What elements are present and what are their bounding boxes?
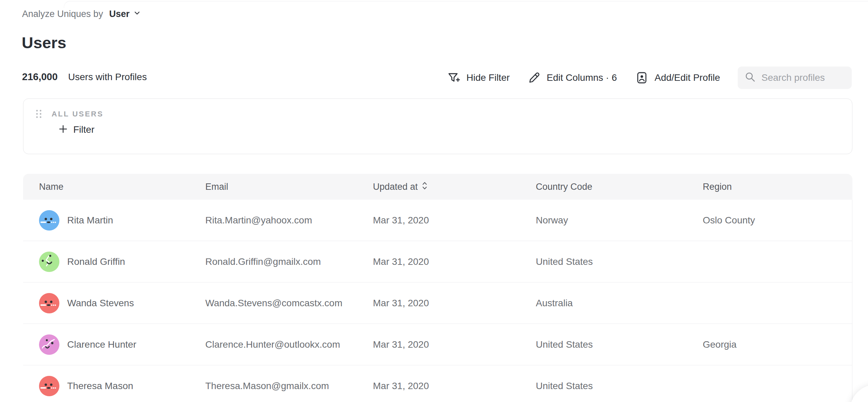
user-country-cell: United States (536, 339, 703, 350)
column-header-name[interactable]: Name (39, 182, 205, 192)
edit-columns-label: Edit Columns · 6 (547, 72, 617, 83)
analyze-by-value: User (109, 9, 130, 19)
breadcrumb: Analyze Uniques by User (22, 9, 141, 19)
user-name: Theresa Mason (67, 381, 133, 391)
user-updated-at-cell: Mar 31, 2020 (373, 339, 536, 350)
analyze-by-selector[interactable]: User (109, 9, 141, 19)
column-header-email[interactable]: Email (205, 182, 373, 192)
hide-filter-label: Hide Filter (466, 72, 510, 83)
user-country-cell: Australia (536, 298, 703, 309)
add-edit-profile-button[interactable]: Add/Edit Profile (635, 71, 720, 85)
column-header-country-code[interactable]: Country Code (536, 182, 703, 192)
analyze-uniques-label: Analyze Uniques by (22, 9, 103, 19)
search-box (738, 67, 852, 89)
sort-icon[interactable] (422, 181, 428, 193)
pencil-icon (527, 71, 541, 85)
user-region-cell: Oslo County (703, 215, 852, 226)
user-avatar (39, 376, 59, 396)
content-panel-edge (64, 1, 868, 8)
user-country-cell: United States (536, 256, 703, 267)
user-country-cell: United States (536, 381, 703, 391)
users-count-label: Users with Profiles (68, 72, 147, 83)
table-row[interactable]: Theresa Mason Theresa.Mason@gmailx.com M… (23, 365, 852, 402)
chevron-down-icon (133, 9, 141, 19)
add-filter-label: Filter (73, 124, 94, 135)
users-count-summary: 216,000 Users with Profiles (22, 71, 147, 83)
user-name: Rita Martin (67, 215, 113, 226)
table-row[interactable]: Ronald Griffin Ronald.Griffin@gmailx.com… (23, 241, 852, 282)
group-label: ALL USERS (52, 110, 103, 118)
user-region-cell: Georgia (703, 339, 852, 350)
user-email-cell: Clarence.Hunter@outlookx.com (205, 339, 373, 350)
user-name: Clarence Hunter (67, 339, 136, 350)
hide-filter-button[interactable]: Hide Filter (446, 71, 510, 85)
user-avatar (39, 252, 59, 272)
help-fab-button[interactable] (850, 385, 868, 402)
table-row[interactable]: Rita Martin Rita.Martin@yahoox.com Mar 3… (23, 200, 852, 241)
user-email-cell: Rita.Martin@yahoox.com (205, 215, 373, 226)
user-updated-at-cell: Mar 31, 2020 (373, 256, 536, 267)
add-edit-profile-label: Add/Edit Profile (655, 72, 720, 83)
users-count: 216,000 (22, 71, 58, 83)
search-input[interactable] (761, 72, 845, 83)
user-updated-at-cell: Mar 31, 2020 (373, 298, 536, 309)
user-avatar (39, 210, 59, 231)
user-name-cell: Wanda Stevens (39, 293, 205, 313)
filter-panel: ALL USERS Filter (23, 98, 852, 154)
users-table: Name Email Updated at Country Code Regio… (23, 174, 852, 402)
column-header-updated-at[interactable]: Updated at (373, 181, 536, 193)
user-name-cell: Theresa Mason (39, 376, 205, 396)
user-email-cell: Ronald.Griffin@gmailx.com (205, 256, 373, 267)
toolbar: Hide Filter Edit Columns · 6 Add/Edit Pr… (446, 67, 852, 89)
table-row[interactable]: Clarence Hunter Clarence.Hunter@outlookx… (23, 324, 852, 365)
table-body: Rita Martin Rita.Martin@yahoox.com Mar 3… (23, 200, 852, 402)
user-avatar (39, 293, 59, 313)
filter-funnel-icon (446, 71, 460, 85)
user-name-cell: Rita Martin (39, 210, 205, 231)
user-updated-at-cell: Mar 31, 2020 (373, 215, 536, 226)
user-name: Ronald Griffin (67, 256, 125, 267)
column-header-region[interactable]: Region (703, 182, 852, 192)
drag-handle-icon[interactable] (34, 107, 43, 121)
profile-card-icon (635, 71, 649, 85)
edit-columns-button[interactable]: Edit Columns · 6 (527, 71, 617, 85)
table-row[interactable]: Wanda Stevens Wanda.Stevens@comcastx.com… (23, 282, 852, 324)
user-name-cell: Ronald Griffin (39, 252, 205, 272)
plus-icon (58, 124, 68, 135)
search-icon (744, 71, 756, 84)
user-name-cell: Clarence Hunter (39, 334, 205, 355)
user-email-cell: Theresa.Mason@gmailx.com (205, 381, 373, 391)
user-name: Wanda Stevens (67, 298, 134, 309)
user-email-cell: Wanda.Stevens@comcastx.com (205, 298, 373, 309)
add-filter-button[interactable]: Filter (58, 124, 94, 135)
user-country-cell: Norway (536, 215, 703, 226)
user-updated-at-cell: Mar 31, 2020 (373, 381, 536, 391)
user-avatar (39, 334, 59, 355)
table-header: Name Email Updated at Country Code Regio… (23, 174, 852, 200)
page-title: Users (22, 33, 67, 52)
